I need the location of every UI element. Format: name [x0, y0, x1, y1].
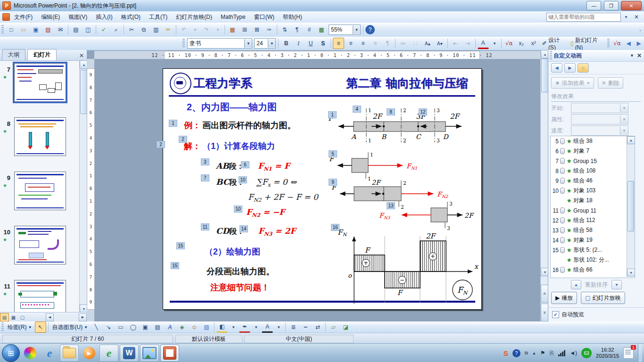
scroll-down-icon[interactable]: ▼: [627, 269, 635, 277]
text-shadow-icon[interactable]: S: [317, 38, 329, 49]
toolbar-grip[interactable]: [182, 39, 185, 48]
menu-view[interactable]: 视图(V): [64, 12, 91, 23]
increase-font-icon[interactable]: A▴: [422, 38, 433, 49]
line-icon[interactable]: ╲: [91, 321, 102, 333]
toolbar-grip[interactable]: [1, 322, 4, 332]
copy-icon[interactable]: ⧉: [138, 24, 149, 35]
help-search-input[interactable]: [546, 13, 621, 22]
nav-back-icon[interactable]: ◀: [624, 38, 633, 49]
scroll-up-icon[interactable]: ▲: [627, 136, 635, 144]
taskbar-360-browser[interactable]: e: [99, 345, 118, 362]
show-desktop-button[interactable]: [638, 344, 642, 362]
cut-icon[interactable]: ✂: [126, 24, 137, 35]
research-icon[interactable]: ⌕: [110, 24, 122, 35]
fill-color-icon[interactable]: ◧: [216, 322, 228, 333]
text-box-icon[interactable]: ▣: [140, 321, 151, 333]
taskbar-clock[interactable]: 16:32 2020/3/15: [596, 347, 619, 359]
bullets-icon[interactable]: ∷: [410, 38, 421, 49]
animation-item[interactable]: 14★对象 19: [551, 235, 635, 245]
menu-slideshow[interactable]: 幻灯片放映(D): [172, 12, 216, 23]
paste-icon[interactable]: ▥: [150, 24, 162, 35]
design-button[interactable]: ✐ 设计(S): [540, 35, 568, 52]
equation-line2[interactable]: FN2 + 2F − F = 0: [248, 192, 318, 203]
show-hidden-icons[interactable]: ▲: [532, 351, 536, 355]
menu-format[interactable]: 格式(O): [117, 12, 145, 23]
rectangle-icon[interactable]: ▭: [115, 321, 126, 333]
slide-thumbnail-8[interactable]: 8 ★: [0, 116, 79, 169]
toolbar-options-icon[interactable]: ⌄: [638, 27, 642, 32]
increase-indent-icon[interactable]: ⇥: [462, 38, 473, 49]
thumbnail-preview[interactable]: [14, 172, 66, 210]
threed-style-icon[interactable]: ◪: [340, 321, 351, 333]
font-color-icon[interactable]: A: [478, 38, 489, 49]
print-icon[interactable]: ▤: [70, 24, 82, 35]
decrease-font-icon[interactable]: A▾: [434, 38, 446, 49]
slide-thumbnail-10[interactable]: 10 ★: [0, 225, 79, 278]
expand-all-icon[interactable]: ⇅: [279, 24, 290, 35]
close-document-icon[interactable]: ✕: [632, 11, 641, 23]
align-left-icon[interactable]: ≡: [333, 38, 344, 49]
thumbnails-scrollbar[interactable]: ▲ ▼: [79, 60, 87, 313]
animation-item[interactable]: 13★组合 58: [551, 225, 635, 235]
clipboard-tray-icon[interactable]: ⎘: [550, 350, 554, 356]
slide-header-dept[interactable]: 工程力学系: [193, 75, 252, 91]
subscript-icon[interactable]: x₂: [516, 38, 527, 49]
insert-picture-icon[interactable]: ▧: [201, 321, 212, 333]
equation-result-bc[interactable]: FN2 = −F: [246, 207, 285, 218]
font-size-dropdown-icon[interactable]: ▼: [268, 39, 275, 48]
font-color-dropdown-icon[interactable]: ▼: [274, 321, 283, 333]
toolbar-grip[interactable]: [607, 39, 610, 48]
pane-home-icon[interactable]: ⌂: [578, 63, 589, 73]
mechanics-diagrams[interactable]: F 2F 3F 2F A B C D 1 1 2 2 3 3: [319, 97, 481, 307]
animation-item[interactable]: 7★Group 15: [551, 156, 635, 166]
column-spacing-icon[interactable]: ¶: [382, 38, 393, 49]
show-formatting-icon[interactable]: ¶: [291, 24, 303, 35]
toolbar-grip[interactable]: [1, 25, 4, 34]
slideshow-view-icon[interactable]: ▢: [18, 313, 27, 321]
open-icon[interactable]: ▭: [18, 24, 29, 35]
clip-art-icon[interactable]: ☺: [189, 321, 200, 333]
speed-combo[interactable]: ▼: [571, 125, 628, 136]
line-style-icon[interactable]: ≣: [288, 321, 299, 333]
segment-bc-line[interactable]: BC段： ∑Fx = 0 ⇔: [216, 177, 297, 188]
help-tray-icon[interactable]: ?: [512, 349, 520, 357]
distribute-icon[interactable]: ≡: [370, 38, 381, 49]
animation-item[interactable]: 8★组合 108: [551, 166, 635, 176]
slide-title[interactable]: 2、内力图——轴力图: [187, 101, 277, 114]
zoom-combo[interactable]: 55% ▼: [329, 25, 361, 35]
tab-slides[interactable]: 幻灯片: [27, 49, 57, 60]
numbering-icon[interactable]: ≔: [397, 38, 409, 49]
font-color-dropdown-icon[interactable]: ▼: [490, 38, 499, 49]
reorder-down-icon[interactable]: ▼: [611, 280, 622, 289]
italic-icon[interactable]: I: [293, 38, 304, 49]
arrow-style-icon[interactable]: ⇄: [312, 321, 323, 333]
free-body-diagram-1[interactable]: F FN1 1 1: [329, 152, 417, 181]
animation-item[interactable]: 5★组合 38: [551, 136, 635, 146]
font-color-icon[interactable]: A: [262, 322, 273, 333]
format-painter-icon[interactable]: ✏: [163, 24, 174, 35]
animation-list[interactable]: 5★组合 38 6★对象 7 7★Group 15 8★组合 108 9★组合 …: [550, 136, 635, 278]
animation-item[interactable]: 10★对象 103: [551, 186, 635, 196]
restore-tray-icon[interactable]: ⧉: [525, 350, 528, 356]
segment-ab-line[interactable]: AB段： FN1 = F: [216, 161, 290, 172]
permission-icon[interactable]: ▨: [42, 24, 54, 35]
animation-item[interactable]: 6★对象 7: [551, 146, 635, 156]
animation-item[interactable]: ★对象 18: [551, 196, 635, 206]
thumbnail-preview[interactable]: [14, 226, 66, 264]
color-view-icon[interactable]: ▩: [316, 24, 327, 35]
hyperlink-icon[interactable]: ✑: [264, 24, 275, 35]
autopreview-row[interactable]: ✔ 自动预览: [548, 310, 644, 320]
hscroll-left-icon[interactable]: ◀: [46, 313, 54, 321]
menu-window[interactable]: 窗口(W): [250, 12, 279, 23]
taskbar-ie[interactable]: e: [41, 345, 58, 361]
align-right-icon[interactable]: ≡: [357, 38, 369, 49]
bold-icon[interactable]: B: [281, 38, 292, 49]
sogou-tray-icon[interactable]: S: [504, 349, 508, 357]
help-icon[interactable]: ?: [365, 25, 375, 34]
redo-icon[interactable]: ↷: [201, 24, 212, 35]
dash-style-icon[interactable]: ┅: [300, 321, 311, 333]
save-icon[interactable]: ▣: [30, 24, 41, 35]
thumbnail-preview[interactable]: [14, 117, 66, 156]
start-button[interactable]: ⊞: [2, 344, 20, 362]
pane-close-icon[interactable]: ✕: [79, 52, 84, 59]
